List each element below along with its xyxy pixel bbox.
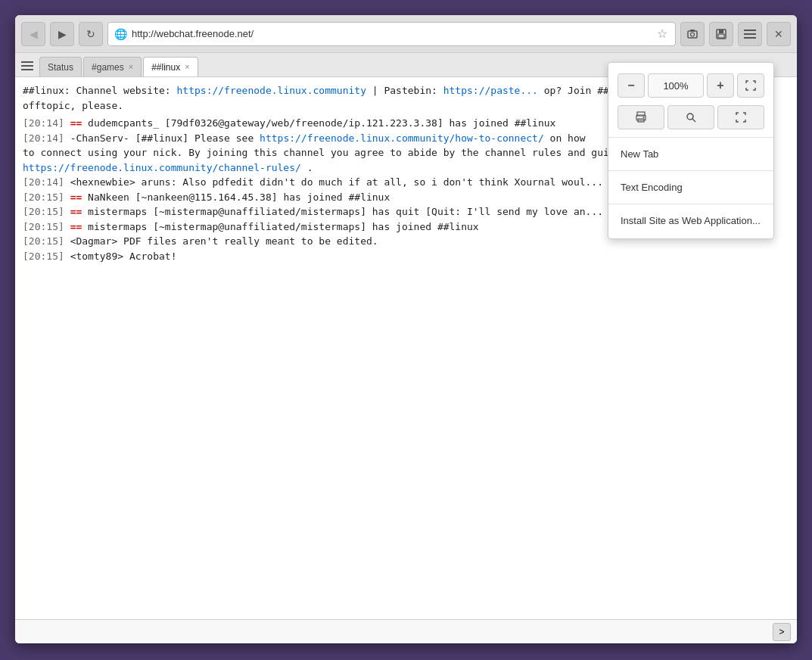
menu-action-row <box>608 102 773 132</box>
tab-linux-close[interactable]: × <box>185 63 189 71</box>
tab-status[interactable]: Status <box>39 57 82 76</box>
tab-games-close[interactable]: × <box>129 63 133 71</box>
zoom-out-button[interactable]: − <box>618 73 645 98</box>
chanserv-link1[interactable]: https://freenode.linux.community/how-to-… <box>260 132 544 144</box>
menu-button[interactable] <box>738 22 762 46</box>
svg-line-11 <box>692 119 695 122</box>
svg-rect-2 <box>690 30 695 32</box>
zoom-controls: − 100% + <box>608 69 773 102</box>
menu-divider <box>608 204 773 204</box>
bookmark-icon[interactable]: ☆ <box>655 25 669 42</box>
chat-input[interactable] <box>21 626 773 637</box>
forward-button[interactable]: ▶ <box>50 22 74 46</box>
new-tab-item[interactable]: New Tab <box>608 142 773 166</box>
send-button[interactable]: > <box>773 623 791 641</box>
menu-divider <box>608 137 773 138</box>
svg-point-9 <box>643 117 645 118</box>
tab-menu-button[interactable] <box>18 57 36 75</box>
fullscreen-button[interactable] <box>737 73 764 98</box>
tab-linux-label: ##linux <box>151 62 180 73</box>
address-input[interactable] <box>132 28 651 39</box>
zoom-level-display: 100% <box>648 73 704 98</box>
fullscreen-menu-button[interactable] <box>717 105 764 129</box>
tab-status-label: Status <box>48 62 73 73</box>
back-button[interactable]: ◀ <box>21 22 45 46</box>
tab-games-label: #games <box>92 62 124 73</box>
print-button[interactable] <box>618 105 664 129</box>
find-button[interactable] <box>667 105 714 129</box>
address-bar-container: 🌐 ☆ <box>107 22 676 46</box>
svg-rect-5 <box>718 34 724 38</box>
title-bar: ◀ ▶ ↻ 🌐 ☆ ✕ <box>15 15 797 53</box>
close-button[interactable]: ✕ <box>767 22 791 46</box>
svg-rect-0 <box>688 31 697 38</box>
dropdown-menu: − 100% + <box>608 62 774 239</box>
zoom-in-button[interactable]: + <box>707 73 734 98</box>
install-site-item[interactable]: Install Site as Web Application... <box>608 209 773 232</box>
input-bar: > <box>15 619 797 643</box>
save-button[interactable] <box>709 22 733 46</box>
reload-button[interactable]: ↻ <box>79 22 103 46</box>
tab-linux[interactable]: ##linux × <box>143 57 198 76</box>
topic-prefix: ##linux: Channel website: <box>23 85 177 96</box>
chanserv-link2[interactable]: https://freenode.linux.community/channel… <box>23 162 301 173</box>
svg-rect-4 <box>719 30 723 33</box>
tab-games[interactable]: #games × <box>83 57 142 76</box>
topic-sep: | Pastebin: <box>372 85 443 96</box>
svg-point-10 <box>687 114 693 120</box>
svg-point-1 <box>691 33 695 36</box>
menu-divider <box>608 170 773 171</box>
text-encoding-item[interactable]: Text Encoding <box>608 176 773 199</box>
site-icon: 🌐 <box>114 28 127 40</box>
screenshot-button[interactable] <box>680 22 705 46</box>
topic-link2[interactable]: https://paste... <box>443 85 538 96</box>
chat-line: [20:15] <tomty89> Acrobat! <box>23 249 789 264</box>
topic-link1[interactable]: https://freenode.linux.community <box>177 85 366 96</box>
